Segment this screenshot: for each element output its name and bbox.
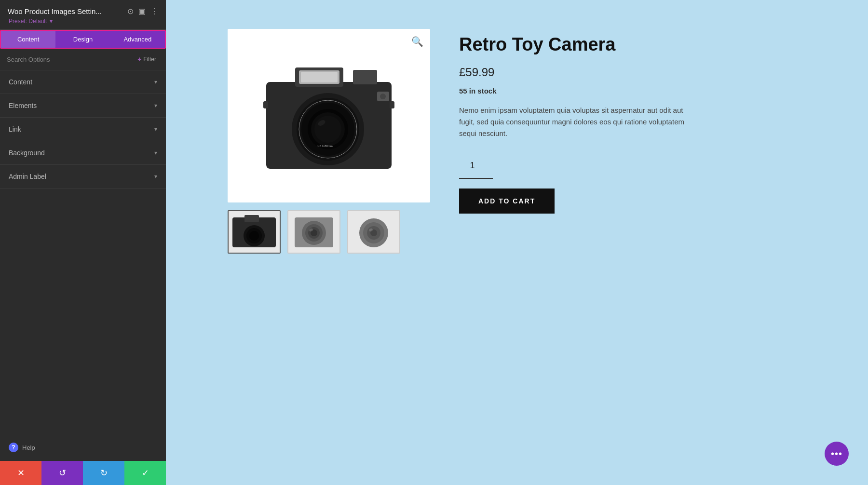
accordion-link: Link ▾ <box>0 118 166 141</box>
svg-rect-3 <box>353 70 377 84</box>
svg-rect-18 <box>263 101 268 108</box>
thumbnail-1[interactable] <box>228 210 281 254</box>
floating-dots-button[interactable]: ••• <box>825 442 849 466</box>
product-info-section: Retro Toy Camera £59.99 55 in stock Nemo… <box>459 29 806 214</box>
svg-rect-5 <box>301 72 338 82</box>
accordion-admin-label: Admin Label ▾ <box>0 165 166 189</box>
product-thumbnails <box>228 210 430 254</box>
thumbnail-2[interactable] <box>287 210 340 254</box>
tab-design[interactable]: Design <box>55 31 110 48</box>
quantity-row <box>459 154 806 179</box>
chevron-down-icon: ▾ <box>154 126 157 133</box>
chevron-down-icon: ▾ <box>154 173 157 180</box>
undo-button[interactable]: ↺ <box>41 461 83 485</box>
panel-title: Woo Product Images Settin... <box>8 7 127 15</box>
product-main-image: OPTICAL LENS 1:8 f=80mm <box>257 48 401 183</box>
tabs-bar: Content Design Advanced <box>0 30 166 49</box>
layout-icon[interactable]: ▣ <box>138 7 146 16</box>
filter-button[interactable]: + Filter <box>135 54 159 65</box>
panel-icons: ⊙ ▣ ⋮ <box>127 7 158 16</box>
accordion-header-background[interactable]: Background ▾ <box>0 141 166 164</box>
product-title: Retro Toy Camera <box>459 34 806 56</box>
thumbnail-3[interactable] <box>347 210 400 254</box>
main-image-container: 🔍 <box>228 29 430 202</box>
save-button[interactable]: ✓ <box>124 461 166 485</box>
accordion-content: Content ▾ <box>0 70 166 94</box>
quantity-input[interactable] <box>459 154 493 179</box>
panel-header: Woo Product Images Settin... ⊙ ▣ ⋮ Prese… <box>0 0 166 30</box>
product-preview-area: 🔍 <box>166 0 868 485</box>
search-input[interactable] <box>7 56 135 63</box>
check-icon: ✓ <box>142 468 149 478</box>
chevron-down-icon: ▾ <box>154 102 157 109</box>
preset-label[interactable]: Preset: Default ▾ <box>8 18 158 25</box>
undo-icon: ↺ <box>59 468 66 478</box>
tab-content[interactable]: Content <box>1 31 55 48</box>
help-icon: ? <box>9 443 18 452</box>
tab-advanced[interactable]: Advanced <box>110 31 165 48</box>
svg-rect-21 <box>244 215 259 222</box>
search-bar: + Filter <box>0 49 166 70</box>
close-button[interactable]: ✕ <box>0 461 41 485</box>
accordion-background: Background ▾ <box>0 141 166 165</box>
svg-point-13 <box>314 116 341 143</box>
accordion-elements: Elements ▾ <box>0 94 166 118</box>
accordion-label-background: Background <box>9 149 45 157</box>
left-panel: Woo Product Images Settin... ⊙ ▣ ⋮ Prese… <box>0 0 166 485</box>
accordion-label-admin-label: Admin Label <box>9 173 46 180</box>
filter-label: Filter <box>143 56 156 63</box>
redo-icon: ↻ <box>100 468 108 478</box>
bottom-bar: ✕ ↺ ↻ ✓ <box>0 461 166 485</box>
accordion-label-elements: Elements <box>9 102 37 109</box>
svg-rect-19 <box>390 101 394 108</box>
filter-plus-icon: + <box>137 55 141 63</box>
accordion-label-content: Content <box>9 78 32 86</box>
accordion-header-elements[interactable]: Elements ▾ <box>0 94 166 117</box>
svg-point-24 <box>249 231 259 241</box>
target-icon[interactable]: ⊙ <box>127 7 134 16</box>
product-stock: 55 in stock <box>459 87 806 95</box>
accordion-label-link: Link <box>9 125 21 133</box>
chevron-down-icon: ▾ <box>154 79 157 85</box>
close-icon: ✕ <box>17 468 25 478</box>
accordion-list: Content ▾ Elements ▾ Link ▾ Background ▾ <box>0 70 166 434</box>
accordion-header-content[interactable]: Content ▾ <box>0 70 166 94</box>
thumbnail-image-1 <box>230 213 278 251</box>
chevron-down-icon: ▾ <box>154 149 157 156</box>
add-to-cart-button[interactable]: ADD TO CART <box>459 189 555 214</box>
product-images-section: 🔍 <box>228 29 430 254</box>
svg-text:1:8  f=80mm: 1:8 f=80mm <box>317 145 333 148</box>
panel-title-row: Woo Product Images Settin... ⊙ ▣ ⋮ <box>8 7 158 16</box>
product-description: Nemo enim ipsam voluptatem quia voluptas… <box>459 105 691 139</box>
accordion-header-admin-label[interactable]: Admin Label ▾ <box>0 165 166 188</box>
thumbnail-image-3 <box>350 213 398 251</box>
help-section[interactable]: ? Help <box>0 434 166 461</box>
zoom-icon[interactable]: 🔍 <box>411 36 423 47</box>
redo-button[interactable]: ↻ <box>83 461 124 485</box>
dots-icon: ••• <box>831 448 842 459</box>
accordion-header-link[interactable]: Link ▾ <box>0 118 166 141</box>
product-layout: 🔍 <box>228 29 806 254</box>
more-icon[interactable]: ⋮ <box>150 7 158 16</box>
product-price: £59.99 <box>459 66 806 79</box>
help-label: Help <box>22 444 35 451</box>
svg-point-17 <box>380 94 386 99</box>
thumbnail-image-2 <box>290 213 338 251</box>
